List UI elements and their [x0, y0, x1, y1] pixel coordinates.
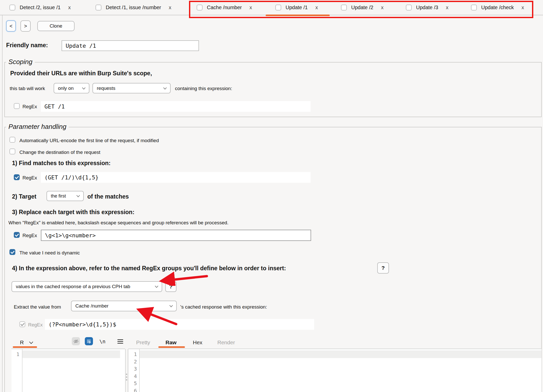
annotation-rectangle [189, 1, 533, 18]
editor-left-gutter-line [22, 349, 22, 392]
chevron-down-icon [82, 87, 86, 90]
match-expression-input[interactable]: (GET /1/)\d{1,5} [41, 172, 311, 183]
chevron-down-icon [163, 87, 167, 90]
extract-tab-value: Cache /number [75, 303, 109, 309]
auto-url-encode-label: Automatically URL-encode the first line … [19, 138, 159, 143]
match-regex-label: RegEx [22, 175, 37, 181]
scope-row-prefix: this tab will work [10, 86, 45, 91]
line-number: 1 [129, 351, 137, 358]
dynamic-value-label: The value I need is dynamic [19, 250, 80, 256]
help-glyph: ? [382, 265, 385, 271]
prev-arrow-glyph: < [9, 23, 13, 29]
editor-tab-pretty[interactable]: Pretty [136, 339, 150, 346]
step3-note: When "RegEx" is enabled here, backslash … [8, 220, 229, 226]
scoping-expression-input[interactable]: GET /1 [41, 101, 311, 112]
word-wrap-icon[interactable] [85, 337, 93, 345]
friendly-name-value: Update /1 [66, 43, 96, 49]
tab-enabled-checkbox[interactable] [9, 5, 15, 10]
prev-tab-button[interactable]: < [6, 20, 16, 32]
step2-prefix: 2) Target [12, 193, 36, 200]
eye-off-icon[interactable] [72, 337, 80, 345]
step4-heading: 4) In the expression above, refer to the… [12, 265, 286, 272]
line-number: 1 [12, 351, 19, 358]
cph-extension-panel: Detect /2, issue /1 x Detect /1, issue /… [0, 0, 543, 392]
tab-close-icon[interactable]: x [169, 5, 171, 10]
scope-message-value: requests [97, 85, 115, 91]
line-number: 2 [129, 358, 137, 365]
editor-right-line-numbers: 1 2 3 4 5 6 [129, 351, 137, 392]
insert-source-value: values in the cached response of a previ… [16, 284, 130, 289]
match-expression-value: (GET /1/)\d{1,5} [44, 174, 99, 181]
step2-suffix: of the matches [87, 193, 129, 200]
insert-source-select[interactable]: values in the cached response of a previ… [11, 281, 162, 292]
scoping-regex-checkbox[interactable] [14, 103, 20, 109]
friendly-name-label: Friendly name: [6, 42, 48, 49]
replace-expression-input[interactable]: \g<1>\g<number> [41, 230, 311, 241]
tab-label: Detect /2, issue /1 [20, 5, 61, 10]
target-select-value: the first [51, 193, 66, 199]
editor-right-tab-underline [158, 346, 185, 348]
tab-enabled-checkbox[interactable] [96, 5, 101, 10]
scoping-regex-label: RegEx [22, 104, 37, 109]
next-arrow-glyph: > [24, 23, 27, 29]
line-number: 5 [129, 380, 137, 387]
replace-expression-value: \g<1>\g<number> [45, 232, 96, 239]
next-tab-button[interactable]: > [20, 20, 31, 32]
scoping-heading: Provided their URLs are within Burp Suit… [10, 70, 152, 77]
extract-suffix: 's cached response with this expression: [180, 304, 267, 310]
replace-regex-label: RegEx [22, 233, 37, 238]
chevron-down-icon [76, 195, 80, 197]
chevron-down-icon [155, 286, 158, 288]
step4-help-button[interactable]: ? [377, 262, 389, 274]
parameter-handling-title: Parameter handling [6, 123, 69, 131]
tab-label: Detect /1, issue /number [106, 5, 161, 10]
editor-right-gutter-line [139, 349, 140, 392]
menu-icon[interactable] [117, 339, 123, 344]
step1-heading: 1) Find matches to this expression: [12, 160, 111, 167]
clone-label: Clone [50, 23, 62, 29]
line-number: 3 [129, 365, 137, 373]
scope-mode-value: only on [58, 85, 74, 91]
pane-divider[interactable] [128, 349, 128, 392]
newline-toggle[interactable]: \n [99, 338, 105, 345]
tab-close-icon[interactable]: x [68, 5, 71, 10]
extract-expression-value: (?P<number>\d{1,5})$ [49, 321, 116, 328]
match-regex-checkbox[interactable] [14, 174, 20, 180]
chevron-down-icon[interactable] [29, 341, 33, 344]
change-destination-checkbox[interactable] [9, 149, 15, 154]
divider-grip-dot [126, 376, 127, 378]
divider-grip-dot [126, 374, 127, 375]
editor-left-line-numbers: 1 [12, 351, 19, 358]
line-number: 6 [129, 387, 137, 392]
replace-regex-checkbox[interactable] [14, 232, 20, 238]
divider-grip-dot [126, 379, 127, 381]
line-number: 4 [129, 373, 137, 380]
editor-tab-raw[interactable]: Raw [166, 339, 176, 346]
scoping-title: Scoping [6, 58, 35, 66]
tab-detect-1-issue-number[interactable]: Detect /1, issue /number x [96, 0, 171, 15]
friendly-name-input[interactable]: Update /1 [62, 40, 199, 51]
clone-button[interactable]: Clone [37, 21, 75, 31]
auto-url-encode-checkbox[interactable] [9, 137, 15, 143]
scope-mode-select[interactable]: only on [54, 83, 89, 93]
editor-left-tab-underline [13, 346, 37, 348]
step3-heading: 3) Replace each target with this express… [12, 209, 134, 216]
editor-right-current-line [140, 350, 541, 358]
editor-tab-hex[interactable]: Hex [193, 339, 202, 346]
scope-message-select[interactable]: requests [92, 83, 171, 93]
pane-divider[interactable] [125, 349, 126, 392]
editor-left-tab-r[interactable]: R [20, 339, 24, 346]
scoping-expression-value: GET /1 [44, 103, 65, 110]
target-select[interactable]: the first [46, 191, 84, 201]
panel-left-border [2, 15, 3, 392]
tab-detect-2-issue-1[interactable]: Detect /2, issue /1 x [9, 0, 71, 15]
extract-regex-label: RegEx [28, 322, 43, 328]
dynamic-value-checkbox[interactable] [9, 249, 15, 255]
editor-left-current-line [22, 350, 120, 358]
editor-tab-render[interactable]: Render [217, 339, 235, 346]
extract-prefix: Extract the value from [14, 304, 61, 310]
change-destination-label: Change the destination of the request [19, 150, 100, 155]
annotation-arrow-2 [131, 304, 182, 328]
annotation-arrow-1 [151, 271, 210, 286]
scope-row-suffix: containing this expression: [175, 86, 232, 91]
